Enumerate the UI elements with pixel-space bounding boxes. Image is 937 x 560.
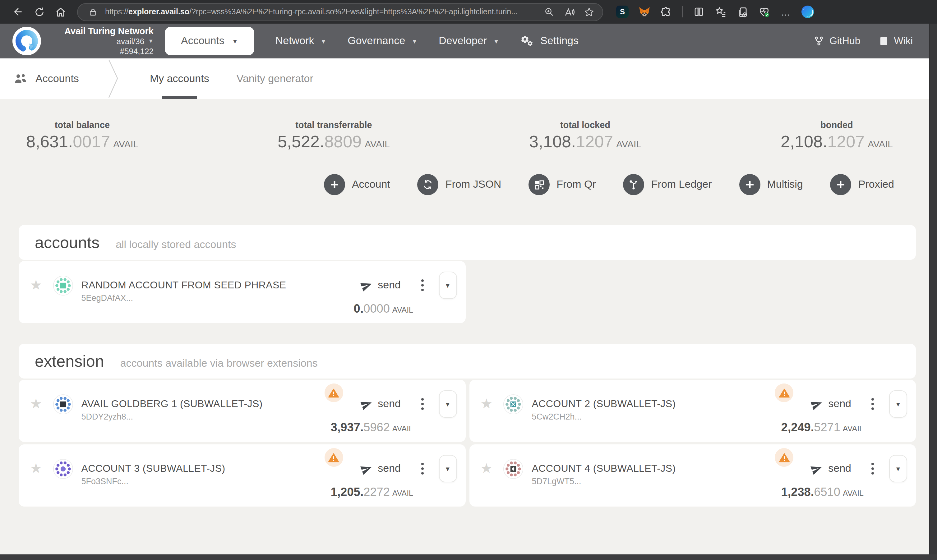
chevron-down-icon: ▼ [148, 38, 154, 45]
extensions-puzzle-icon[interactable] [658, 4, 674, 20]
warning-icon[interactable] [775, 383, 794, 402]
account-row: ★ ACCOUNT 3 (SUBWALLET-JS) 5Fo3SNFc... [18, 445, 465, 506]
warning-icon[interactable] [775, 448, 794, 467]
account-identicon[interactable] [52, 275, 73, 295]
row-menu-icon[interactable] [421, 462, 424, 475]
plus-icon [324, 174, 345, 195]
tab-vanity-generator[interactable]: Vanity generator [223, 58, 327, 99]
stat-total-locked: total locked 3,108.1207AVAIL [529, 120, 641, 152]
browser-menu-icon[interactable]: … [778, 4, 794, 20]
qr-icon [529, 174, 550, 195]
section-tab-bar: Accounts My accounts Vanity generator [0, 58, 929, 99]
account-identicon[interactable] [52, 458, 73, 479]
account-address[interactable]: 5Cw2CH2h... [532, 412, 582, 422]
favorite-star-icon[interactable]: ★ [480, 462, 492, 475]
network-meta[interactable]: Avail Turing Network avail/36▼ #594,122 [49, 25, 154, 57]
account-name[interactable]: ACCOUNT 2 (SUBWALLET-JS) [532, 398, 675, 409]
add-proxied-button[interactable]: Proxied [831, 174, 894, 195]
copilot-icon[interactable] [800, 4, 816, 20]
account-balance: 1,238.6510AVAIL [480, 485, 907, 499]
account-identicon[interactable] [52, 394, 73, 414]
add-account-button[interactable]: Account [324, 174, 390, 195]
add-to-collection-icon[interactable] [734, 4, 751, 20]
nav-developer[interactable]: Developer▼ [439, 35, 499, 47]
add-via-ledger-button[interactable]: From Ledger [623, 174, 712, 195]
breadcrumb-label: Accounts [35, 72, 79, 85]
section-title: extension [35, 352, 104, 371]
favorite-star-icon[interactable]: ★ [30, 278, 42, 292]
subwallet-extension-icon[interactable]: S [614, 4, 630, 20]
account-name[interactable]: ACCOUNT 4 (SUBWALLET-JS) [532, 463, 675, 474]
app-header: Avail Turing Network avail/36▼ #594,122 … [0, 24, 929, 58]
chain-spec: avail/36 [117, 37, 145, 47]
expand-row-button[interactable]: ▼ [439, 272, 457, 299]
split-screen-icon[interactable] [691, 4, 707, 20]
browser-toolbar: https://explorer.avail.so/?rpc=wss%3A%2F… [0, 0, 937, 24]
plus-icon [831, 174, 852, 195]
section-subtitle: all locally stored accounts [116, 238, 236, 251]
send-button[interactable]: send [360, 398, 401, 410]
account-row: ★ RANDOM ACCOUNT FROM SEED PHRASE 5EegDA… [18, 261, 465, 323]
add-via-qr-button[interactable]: From Qr [529, 174, 596, 195]
nav-network[interactable]: Network▼ [276, 35, 327, 47]
row-menu-icon[interactable] [421, 398, 424, 410]
scrollbar[interactable] [929, 24, 937, 554]
screen: https://explorer.avail.so/?rpc=wss%3A%2F… [0, 0, 937, 560]
send-button[interactable]: send [811, 398, 851, 410]
row-menu-icon[interactable] [421, 279, 424, 291]
nav-governance[interactable]: Governance▼ [348, 35, 418, 47]
metamask-extension-icon[interactable] [636, 4, 652, 20]
add-multisig-button[interactable]: Multisig [739, 174, 803, 195]
warning-icon[interactable] [324, 448, 343, 467]
account-address[interactable]: 5EegDAfAX... [81, 293, 133, 303]
home-icon[interactable] [51, 3, 69, 21]
send-button[interactable]: send [360, 462, 401, 475]
row-menu-icon[interactable] [871, 398, 874, 410]
favorite-star-icon[interactable]: ★ [480, 397, 492, 411]
send-button[interactable]: send [811, 462, 851, 475]
send-button[interactable]: send [360, 279, 401, 291]
favorite-star-icon[interactable]: ★ [30, 462, 42, 475]
account-name[interactable]: ACCOUNT 3 (SUBWALLET-JS) [81, 463, 225, 474]
favorite-star-icon[interactable] [581, 5, 596, 19]
expand-row-button[interactable]: ▼ [889, 455, 907, 482]
accounts-section: accounts all locally stored accounts ★ [18, 225, 916, 323]
restore-json-button[interactable]: From JSON [418, 174, 501, 195]
row-menu-icon[interactable] [871, 462, 874, 475]
plus-icon [739, 174, 760, 195]
account-balance: 1,205.2272AVAIL [30, 485, 457, 499]
favorite-star-icon[interactable]: ★ [30, 397, 42, 411]
account-identicon[interactable] [503, 394, 524, 414]
wiki-link[interactable]: Wiki [879, 35, 913, 47]
account-address[interactable]: 5Fo3SNFc... [81, 477, 128, 486]
expand-row-button[interactable]: ▼ [889, 390, 907, 418]
nav-settings[interactable]: Settings [521, 35, 579, 47]
book-icon [879, 35, 889, 47]
section-subtitle: accounts available via browser extension… [120, 357, 318, 370]
zoom-page-icon[interactable] [542, 5, 556, 19]
account-address[interactable]: 5D7LgWT5... [532, 477, 581, 486]
nav-accounts[interactable]: Accounts▼ [165, 27, 254, 55]
stat-bonded: bonded 2,108.1207AVAIL [781, 120, 893, 152]
url-text[interactable]: https://explorer.avail.so/?rpc=wss%3A%2F… [105, 8, 536, 16]
read-aloud-icon[interactable] [561, 5, 576, 19]
account-row: ★ ACCOUNT 4 (SUBWALLET-JS) 5D7LgWT5... [469, 445, 916, 506]
avail-logo[interactable] [12, 27, 41, 55]
tab-my-accounts[interactable]: My accounts [136, 58, 223, 99]
account-identicon[interactable] [503, 458, 524, 479]
github-link[interactable]: GitHub [814, 35, 860, 47]
refresh-icon[interactable] [30, 3, 48, 21]
stat-total-balance: total balance 8,631.0017AVAIL [26, 120, 138, 152]
account-name[interactable]: AVAIL GOLDBERG 1 (SUBWALLET-JS) [81, 398, 262, 409]
gears-icon [521, 35, 534, 47]
warning-icon[interactable] [324, 383, 343, 402]
expand-row-button[interactable]: ▼ [439, 455, 457, 482]
collections-icon[interactable] [712, 4, 729, 20]
account-address[interactable]: 5DDY2yzh8... [81, 412, 133, 422]
browser-essentials-icon[interactable] [756, 4, 772, 20]
back-icon[interactable] [9, 3, 27, 21]
expand-row-button[interactable]: ▼ [439, 390, 457, 418]
address-bar[interactable]: https://explorer.avail.so/?rpc=wss%3A%2F… [77, 3, 603, 21]
accounts-section-header: accounts all locally stored accounts [18, 225, 916, 260]
account-name[interactable]: RANDOM ACCOUNT FROM SEED PHRASE [81, 280, 286, 290]
